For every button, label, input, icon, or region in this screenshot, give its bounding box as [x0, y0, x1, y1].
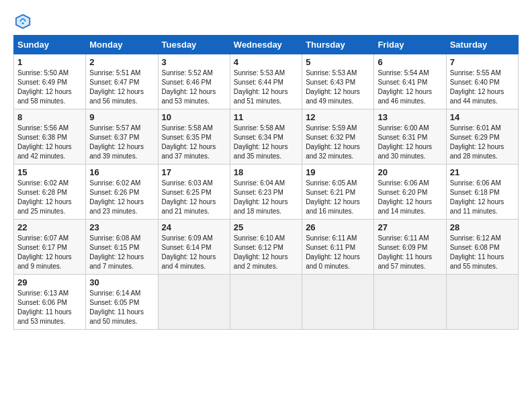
day-info: Sunrise: 6:05 AMSunset: 6:21 PMDaylight:… — [306, 179, 370, 216]
day-number: 21 — [450, 167, 515, 177]
day-info: Sunrise: 5:56 AMSunset: 6:38 PMDaylight:… — [17, 124, 82, 161]
calendar-cell: 26Sunrise: 6:11 AMSunset: 6:11 PMDayligh… — [302, 220, 374, 275]
day-info: Sunrise: 5:58 AMSunset: 6:35 PMDaylight:… — [162, 124, 226, 161]
calendar-cell: 9Sunrise: 5:57 AMSunset: 6:37 PMDaylight… — [86, 109, 158, 165]
calendar-cell: 16Sunrise: 6:02 AMSunset: 6:26 PMDayligh… — [86, 165, 158, 220]
calendar-cell — [230, 275, 302, 330]
header — [13, 12, 519, 31]
day-number: 27 — [378, 222, 442, 232]
header-day-tuesday: Tuesday — [158, 36, 230, 54]
day-number: 7 — [450, 57, 515, 67]
day-info: Sunrise: 5:53 AMSunset: 6:43 PMDaylight:… — [306, 68, 370, 106]
calendar-cell: 2Sunrise: 5:51 AMSunset: 6:47 PMDaylight… — [86, 54, 158, 109]
day-info: Sunrise: 6:06 AMSunset: 6:20 PMDaylight:… — [378, 179, 442, 216]
day-number: 24 — [162, 222, 226, 232]
day-number: 14 — [450, 112, 515, 122]
day-info: Sunrise: 5:55 AMSunset: 6:40 PMDaylight:… — [450, 68, 515, 106]
day-info: Sunrise: 5:53 AMSunset: 6:44 PMDaylight:… — [234, 68, 298, 106]
day-number: 9 — [89, 112, 154, 122]
calendar-cell: 6Sunrise: 5:54 AMSunset: 6:41 PMDaylight… — [374, 54, 446, 109]
day-number: 8 — [17, 112, 82, 122]
day-info: Sunrise: 5:52 AMSunset: 6:46 PMDaylight:… — [162, 68, 226, 106]
day-number: 1 — [17, 57, 82, 67]
day-number: 30 — [89, 277, 154, 287]
day-info: Sunrise: 5:58 AMSunset: 6:34 PMDaylight:… — [234, 124, 298, 161]
calendar-cell: 18Sunrise: 6:04 AMSunset: 6:23 PMDayligh… — [230, 165, 302, 220]
header-day-wednesday: Wednesday — [230, 36, 302, 54]
calendar-cell: 1Sunrise: 5:50 AMSunset: 6:49 PMDaylight… — [14, 54, 86, 109]
day-info: Sunrise: 6:04 AMSunset: 6:23 PMDaylight:… — [234, 179, 298, 216]
calendar-week-2: 8Sunrise: 5:56 AMSunset: 6:38 PMDaylight… — [14, 109, 519, 165]
day-info: Sunrise: 5:51 AMSunset: 6:47 PMDaylight:… — [89, 68, 154, 106]
header-day-thursday: Thursday — [302, 36, 374, 54]
day-info: Sunrise: 6:09 AMSunset: 6:14 PMDaylight:… — [162, 234, 226, 271]
day-number: 20 — [378, 167, 442, 177]
calendar-cell: 14Sunrise: 6:01 AMSunset: 6:29 PMDayligh… — [446, 109, 518, 165]
calendar-cell: 27Sunrise: 6:11 AMSunset: 6:09 PMDayligh… — [374, 220, 446, 275]
day-number: 12 — [306, 112, 370, 122]
day-info: Sunrise: 5:59 AMSunset: 6:32 PMDaylight:… — [306, 124, 370, 161]
calendar-cell: 8Sunrise: 5:56 AMSunset: 6:38 PMDaylight… — [14, 109, 86, 165]
day-info: Sunrise: 6:07 AMSunset: 6:17 PMDaylight:… — [17, 234, 82, 271]
day-info: Sunrise: 6:01 AMSunset: 6:29 PMDaylight:… — [450, 124, 515, 161]
calendar-cell: 13Sunrise: 6:00 AMSunset: 6:31 PMDayligh… — [374, 109, 446, 165]
calendar-week-5: 29Sunrise: 6:13 AMSunset: 6:06 PMDayligh… — [14, 275, 519, 330]
day-number: 23 — [89, 222, 154, 232]
day-number: 29 — [17, 277, 82, 287]
calendar-cell — [158, 275, 230, 330]
calendar-cell: 20Sunrise: 6:06 AMSunset: 6:20 PMDayligh… — [374, 165, 446, 220]
calendar-week-3: 15Sunrise: 6:02 AMSunset: 6:28 PMDayligh… — [14, 165, 519, 220]
day-info: Sunrise: 5:57 AMSunset: 6:37 PMDaylight:… — [89, 124, 154, 161]
day-info: Sunrise: 6:02 AMSunset: 6:28 PMDaylight:… — [17, 179, 82, 216]
calendar-week-4: 22Sunrise: 6:07 AMSunset: 6:17 PMDayligh… — [14, 220, 519, 275]
header-day-sunday: Sunday — [14, 36, 86, 54]
day-number: 3 — [162, 57, 226, 67]
calendar-cell: 4Sunrise: 5:53 AMSunset: 6:44 PMDaylight… — [230, 54, 302, 109]
header-day-saturday: Saturday — [446, 36, 518, 54]
calendar-cell — [446, 275, 518, 330]
calendar-cell: 19Sunrise: 6:05 AMSunset: 6:21 PMDayligh… — [302, 165, 374, 220]
day-number: 5 — [306, 57, 370, 67]
calendar-cell: 12Sunrise: 5:59 AMSunset: 6:32 PMDayligh… — [302, 109, 374, 165]
day-info: Sunrise: 5:54 AMSunset: 6:41 PMDaylight:… — [378, 68, 442, 106]
calendar-week-1: 1Sunrise: 5:50 AMSunset: 6:49 PMDaylight… — [14, 54, 519, 109]
calendar-cell: 11Sunrise: 5:58 AMSunset: 6:34 PMDayligh… — [230, 109, 302, 165]
calendar-cell: 24Sunrise: 6:09 AMSunset: 6:14 PMDayligh… — [158, 220, 230, 275]
calendar-header-row: SundayMondayTuesdayWednesdayThursdayFrid… — [14, 36, 519, 54]
day-number: 16 — [89, 167, 154, 177]
day-number: 15 — [17, 167, 82, 177]
calendar-cell: 22Sunrise: 6:07 AMSunset: 6:17 PMDayligh… — [14, 220, 86, 275]
calendar-table: SundayMondayTuesdayWednesdayThursdayFrid… — [13, 35, 519, 330]
page: SundayMondayTuesdayWednesdayThursdayFrid… — [0, 0, 532, 336]
day-info: Sunrise: 6:13 AMSunset: 6:06 PMDaylight:… — [17, 289, 82, 326]
calendar-cell — [302, 275, 374, 330]
day-number: 4 — [234, 57, 298, 67]
day-info: Sunrise: 6:10 AMSunset: 6:12 PMDaylight:… — [234, 234, 298, 271]
calendar-cell — [374, 275, 446, 330]
calendar-cell: 10Sunrise: 5:58 AMSunset: 6:35 PMDayligh… — [158, 109, 230, 165]
calendar-cell: 5Sunrise: 5:53 AMSunset: 6:43 PMDaylight… — [302, 54, 374, 109]
day-number: 28 — [450, 222, 515, 232]
day-number: 2 — [89, 57, 154, 67]
logo-icon — [13, 12, 32, 31]
day-info: Sunrise: 6:03 AMSunset: 6:25 PMDaylight:… — [162, 179, 226, 216]
day-number: 22 — [17, 222, 82, 232]
day-info: Sunrise: 6:11 AMSunset: 6:11 PMDaylight:… — [306, 234, 370, 271]
calendar-cell: 28Sunrise: 6:12 AMSunset: 6:08 PMDayligh… — [446, 220, 518, 275]
day-number: 10 — [162, 112, 226, 122]
calendar-cell: 29Sunrise: 6:13 AMSunset: 6:06 PMDayligh… — [14, 275, 86, 330]
calendar-cell: 21Sunrise: 6:06 AMSunset: 6:18 PMDayligh… — [446, 165, 518, 220]
calendar-cell: 25Sunrise: 6:10 AMSunset: 6:12 PMDayligh… — [230, 220, 302, 275]
day-info: Sunrise: 6:02 AMSunset: 6:26 PMDaylight:… — [89, 179, 154, 216]
day-number: 19 — [306, 167, 370, 177]
day-number: 17 — [162, 167, 226, 177]
day-info: Sunrise: 6:12 AMSunset: 6:08 PMDaylight:… — [450, 234, 515, 271]
header-day-monday: Monday — [86, 36, 158, 54]
day-number: 26 — [306, 222, 370, 232]
day-info: Sunrise: 6:14 AMSunset: 6:05 PMDaylight:… — [89, 289, 154, 326]
calendar-cell: 23Sunrise: 6:08 AMSunset: 6:15 PMDayligh… — [86, 220, 158, 275]
day-number: 6 — [378, 57, 442, 67]
day-number: 11 — [234, 112, 298, 122]
calendar-body: 1Sunrise: 5:50 AMSunset: 6:49 PMDaylight… — [14, 54, 519, 330]
calendar-cell: 30Sunrise: 6:14 AMSunset: 6:05 PMDayligh… — [86, 275, 158, 330]
